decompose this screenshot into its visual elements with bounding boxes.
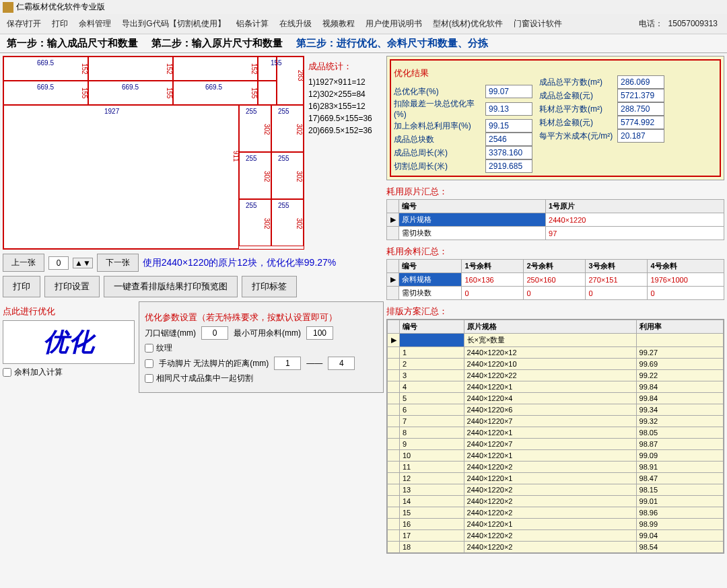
menu-update[interactable]: 在线升级 [277,17,314,31]
result-label: 耗材总平方数(m²) [539,104,613,115]
result-panel: 优化结果 总优化率(%)99.07扣除最差一块总优化率(%)99.13加上余料总… [386,56,724,180]
stepper-icon[interactable]: ▲▼ [73,258,93,268]
table-row[interactable]: 142440×1220×299.01 [388,496,724,507]
menu-alu-calc[interactable]: 铝条计算 [234,17,271,31]
table-row[interactable]: 82440×1220×198.05 [388,427,724,439]
phone-info: 电话：15057009313 [633,17,723,31]
table-row[interactable]: 122440×1220×198.47 [388,473,724,484]
table-row[interactable]: 132440×1220×298.15 [388,484,724,496]
menu-print[interactable]: 打印 [49,17,71,31]
result-label: 成品总周长(米) [394,147,481,159]
print-settings-button[interactable]: 打印设置 [44,276,100,297]
result-value: 3378.160 [485,146,532,159]
next-sheet-button[interactable]: 下一张 [97,254,139,272]
add-remainder-check[interactable]: 余料加入计算 [3,367,135,378]
result-value: 5721.379 [617,89,664,102]
print-button[interactable]: 打印 [3,276,40,297]
result-label: 加上余料总利用率(%) [394,120,481,132]
result-value: 2919.685 [485,159,532,173]
result-label: 总优化率(%) [394,86,481,98]
result-label: 切割总周长(米) [394,161,481,172]
page-input[interactable] [48,256,69,270]
usage-table: 编号1号原片 ▶原片规格2440×1220 需切块数97 [386,199,724,240]
table-cell: 原片规格 [399,213,546,227]
result-label: 成品总平方数(m²) [539,77,613,88]
optimize-button[interactable]: 优化 [3,320,135,364]
result-value: 286.069 [617,75,664,89]
prev-sheet-button[interactable]: 上一张 [3,254,44,272]
titlebar: 仁霸板材优化软件专业版 [0,0,727,14]
result-value: 99.13 [485,102,532,116]
table-row[interactable]: 162440×1220×198.99 [388,519,724,530]
preview-button[interactable]: 一键查看排版结果打印预览图 [104,276,238,297]
step-tabs: 第一步：输入成品尺寸和数量 第二步：输入原片尺寸和数量 第三步：进行优化、余料尺… [0,34,727,53]
layout-table[interactable]: 编号原片规格利用率 ▶长×宽×数量 12440×1220×1299.272244… [387,320,724,553]
result-label: 每平方米成本(元/m²) [539,131,613,142]
samecut-check[interactable]: 相同尺寸成品集中一起切割 [145,373,378,384]
table-row[interactable]: 152440×1220×298.96 [388,507,724,519]
minrem-input[interactable] [306,326,333,340]
param-panel: 优化参数设置（若无特殊要求，按默认设置即可） 刀口锯缝(mm) 最小可用余料(m… [139,301,384,393]
table-row[interactable]: 32440×1220×2299.22 [388,370,724,381]
table-row[interactable]: 92440×1220×798.87 [388,439,724,450]
stats-line: 12)302×255=84 [308,88,382,100]
table-cell: 97 [546,227,724,240]
param-title: 优化参数设置（若无特殊要求，按默认设置即可） [145,311,378,324]
result-label: 耗材总金额(元) [539,117,613,128]
menu-manual[interactable]: 用户使用说明书 [363,17,425,31]
table-row[interactable]: 102440×1220×199.09 [388,450,724,462]
cutting-diagram: 669.5 669.5 669.5 669.5 1927 152 152 152… [3,56,304,250]
menu-remainder[interactable]: 余料管理 [76,17,114,31]
tab-step2[interactable]: 第二步：输入原片尺寸和数量 [145,34,289,52]
stats-line: 20)669.5×152=36 [308,124,382,137]
tab-step3[interactable]: 第三步：进行优化、余料尺寸和数量、分拣 [289,34,495,52]
texture-check[interactable]: 纹理 [145,342,378,354]
menu-door-soft[interactable]: 门窗设计软件 [511,17,565,31]
remainder-title: 耗用余料汇总： [386,246,724,258]
menu-export-gcode[interactable]: 导出到G代码【切割机使用】 [119,17,228,31]
app-title: 仁霸板材优化软件专业版 [16,1,105,13]
kerf-input[interactable] [201,326,228,340]
table-row[interactable]: 52440×1220×499.84 [388,393,724,404]
tab-step1[interactable]: 第一步：输入成品尺寸和数量 [0,34,145,52]
remainder-table: 编号1号余料2号余料3号余料4号余料 ▶余料规格160×136250×16027… [386,259,724,300]
result-label: 扣除最差一块总优化率(%) [394,98,481,119]
menu-save-open[interactable]: 保存\打开 [4,17,44,31]
stats-line: 16)283×155=12 [308,100,382,112]
result-value: 99.15 [485,119,532,133]
app-icon [3,2,13,13]
optimize-title: 点此进行优化 [3,305,135,318]
print-label-button[interactable]: 打印标签 [242,276,297,297]
manual-label: 手动脚片 无法脚片的距离(mm) [159,358,269,369]
table-cell: 需切块数 [399,227,546,240]
table-row[interactable]: 112440×1220×298.91 [388,462,724,473]
kerf-label: 刀口锯缝(mm) [145,328,196,339]
table-row[interactable]: 182440×1220×298.54 [388,542,724,553]
table-row[interactable]: 22440×1220×1099.69 [388,359,724,370]
manual-input-2[interactable] [328,357,355,370]
table-row[interactable]: 62440×1220×699.34 [388,404,724,416]
result-label: 成品总块数 [394,134,481,145]
result-value: 5774.992 [617,116,664,129]
add-remainder-checkbox[interactable] [3,368,11,377]
table-row[interactable]: 12440×1220×1299.27 [388,347,724,359]
table-cell: 2440×1220 [546,213,724,227]
result-title: 优化结果 [394,67,532,79]
stats-title: 成品统计： [308,60,382,73]
table-row[interactable]: 172440×1220×299.04 [388,530,724,542]
result-value: 288.750 [617,102,664,116]
result-label: 成品总金额(元) [539,90,613,102]
result-value: 99.07 [485,85,532,98]
toolbar: 保存\打开 打印 余料管理 导出到G代码【切割机使用】 铝条计算 在线升级 视频… [0,14,727,34]
stats-line: 17)669.5×155=36 [308,112,382,124]
menu-video[interactable]: 视频教程 [320,17,357,31]
usage-title: 耗用原片汇总： [386,186,724,198]
manual-input-1[interactable] [274,357,301,370]
minrem-label: 最小可用余料(mm) [234,328,301,339]
result-value: 20.187 [617,129,664,143]
menu-profile-soft[interactable]: 型材(线材)优化软件 [430,17,506,31]
manual-check[interactable] [145,359,153,368]
layout-title: 排版方案汇总： [386,305,724,318]
table-row[interactable]: 72440×1220×799.32 [388,416,724,427]
table-row[interactable]: 42440×1220×199.84 [388,381,724,393]
